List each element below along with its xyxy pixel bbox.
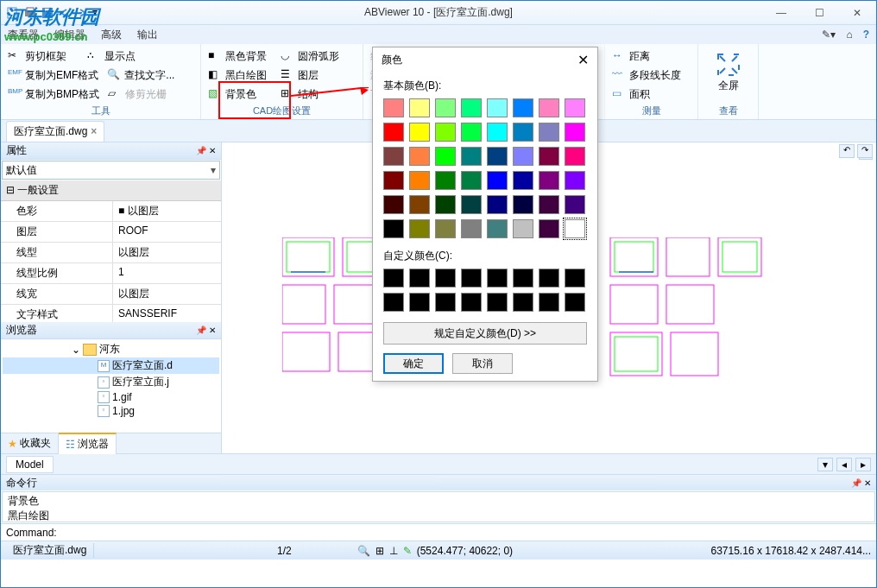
distance-button[interactable]: 距离 xyxy=(629,49,650,64)
pin-icon[interactable]: 📌 ✕ xyxy=(851,478,871,488)
basic-color-cell[interactable] xyxy=(513,171,533,190)
tab-viewer[interactable]: 查看器 xyxy=(8,28,39,42)
edit-options-icon[interactable]: ✎▾ xyxy=(822,28,836,41)
layer-button[interactable]: 图层 xyxy=(298,68,319,83)
bw-draw-button[interactable]: 黑白绘图 xyxy=(225,68,267,83)
model-prev[interactable]: ◂ xyxy=(836,458,852,471)
model-tab[interactable]: Model xyxy=(6,456,54,473)
custom-color-cell[interactable] xyxy=(435,293,456,312)
basic-color-cell[interactable] xyxy=(435,98,456,117)
custom-color-cell[interactable] xyxy=(565,269,585,288)
basic-color-cell[interactable] xyxy=(487,195,508,214)
ok-button[interactable]: 确定 xyxy=(383,353,444,374)
custom-color-cell[interactable] xyxy=(513,269,533,288)
basic-color-cell[interactable] xyxy=(539,219,559,238)
custom-color-cell[interactable] xyxy=(539,269,559,288)
basic-color-cell[interactable] xyxy=(513,195,533,214)
qat-redo-icon[interactable] xyxy=(75,6,89,20)
basic-color-cell[interactable] xyxy=(565,171,585,190)
tab-favorites[interactable]: ★收藏夹 xyxy=(1,433,59,453)
help-icon[interactable]: ? xyxy=(863,28,869,41)
custom-color-cell[interactable] xyxy=(513,293,533,312)
basic-color-cell[interactable] xyxy=(409,171,430,190)
model-dropdown[interactable]: ▾ xyxy=(817,458,833,471)
basic-color-cell[interactable] xyxy=(435,219,456,238)
bg-color-button[interactable]: 背景色 xyxy=(225,87,256,102)
basic-color-cell[interactable] xyxy=(539,195,559,214)
basic-color-cell[interactable] xyxy=(565,123,585,142)
basic-color-cell[interactable] xyxy=(383,219,404,238)
basic-color-cell[interactable] xyxy=(461,195,482,214)
fullscreen-button[interactable]: 全屏 xyxy=(705,47,751,97)
basic-color-cell[interactable] xyxy=(539,98,559,117)
command-input[interactable] xyxy=(60,527,871,539)
basic-color-cell[interactable] xyxy=(513,147,533,166)
default-combo[interactable]: 默认值 ▾ xyxy=(2,161,220,180)
basic-color-cell[interactable] xyxy=(565,195,585,214)
basic-color-cell[interactable] xyxy=(513,123,533,142)
qat-print-icon[interactable] xyxy=(23,6,37,20)
smooth-arc-button[interactable]: 圆滑弧形 xyxy=(298,49,339,64)
custom-color-cell[interactable] xyxy=(565,293,585,312)
basic-color-cell[interactable] xyxy=(383,98,404,117)
qat-new-icon[interactable] xyxy=(6,6,20,20)
qat-save-icon[interactable] xyxy=(41,6,54,20)
basic-color-cell[interactable] xyxy=(513,98,533,117)
snap-icon[interactable]: ⊞ xyxy=(375,545,384,557)
cancel-button[interactable]: 取消 xyxy=(452,353,513,374)
custom-color-cell[interactable] xyxy=(487,293,508,312)
basic-color-cell[interactable] xyxy=(435,123,456,142)
pin-icon[interactable]: 📌 ✕ xyxy=(196,326,216,335)
basic-color-cell[interactable] xyxy=(513,219,533,238)
basic-color-cell[interactable] xyxy=(435,171,456,190)
basic-color-cell[interactable] xyxy=(383,195,404,214)
custom-color-cell[interactable] xyxy=(409,269,430,288)
custom-color-cell[interactable] xyxy=(487,269,508,288)
basic-color-cell[interactable] xyxy=(435,147,456,166)
tree-file-dwg[interactable]: M医疗室立面.d xyxy=(3,357,219,374)
copy-bmp-button[interactable]: 复制为BMP格式 xyxy=(25,87,99,102)
area-button[interactable]: 面积 xyxy=(629,87,650,102)
basic-color-cell[interactable] xyxy=(409,219,430,238)
basic-color-cell[interactable] xyxy=(383,123,404,142)
find-text-button[interactable]: 查找文字... xyxy=(124,68,174,83)
custom-color-cell[interactable] xyxy=(461,269,482,288)
basic-color-cell[interactable] xyxy=(383,147,404,166)
clip-frame-button[interactable]: 剪切框架 xyxy=(25,49,66,64)
basic-color-cell[interactable] xyxy=(409,123,430,142)
custom-color-cell[interactable] xyxy=(461,293,482,312)
minimize-button[interactable]: — xyxy=(762,1,800,25)
custom-color-cell[interactable] xyxy=(383,269,404,288)
basic-color-cell[interactable] xyxy=(487,171,508,190)
basic-color-cell[interactable] xyxy=(487,98,508,117)
close-tab-icon[interactable]: × xyxy=(91,125,97,137)
polyline-length-button[interactable]: 多段线长度 xyxy=(629,68,681,83)
basic-color-cell[interactable] xyxy=(461,98,482,117)
basic-color-cell[interactable] xyxy=(487,123,508,142)
basic-color-cell[interactable] xyxy=(383,171,404,190)
basic-color-cell[interactable] xyxy=(539,147,559,166)
basic-color-cell[interactable] xyxy=(565,219,585,238)
undo-icon[interactable]: ↶ xyxy=(839,144,855,158)
basic-color-cell[interactable] xyxy=(409,147,430,166)
model-next[interactable]: ▸ xyxy=(855,458,871,471)
custom-color-cell[interactable] xyxy=(383,293,404,312)
basic-color-cell[interactable] xyxy=(565,98,585,117)
basic-color-cell[interactable] xyxy=(461,219,482,238)
pin-icon[interactable]: 📌 ✕ xyxy=(196,146,216,155)
copy-emf-button[interactable]: 复制为EMF格式 xyxy=(25,68,98,83)
dialog-close-button[interactable]: ✕ xyxy=(577,52,589,68)
show-points-button[interactable]: 显示点 xyxy=(104,49,136,64)
custom-color-cell[interactable] xyxy=(539,293,559,312)
qat-dropdown-icon[interactable]: ▾ xyxy=(92,6,106,20)
tab-output[interactable]: 输出 xyxy=(137,28,158,42)
tree-file-gif[interactable]: ▫1.gif xyxy=(3,390,219,404)
basic-color-cell[interactable] xyxy=(487,147,508,166)
document-tab[interactable]: 医疗室立面.dwg × xyxy=(6,121,104,142)
redo-icon[interactable]: ↷ xyxy=(857,144,873,158)
basic-color-cell[interactable] xyxy=(565,147,585,166)
basic-color-cell[interactable] xyxy=(409,98,430,117)
command-history[interactable]: 背景色 黑白绘图 xyxy=(2,491,875,522)
zoom-icon[interactable]: 🔍 xyxy=(357,545,370,557)
custom-color-cell[interactable] xyxy=(435,269,456,288)
